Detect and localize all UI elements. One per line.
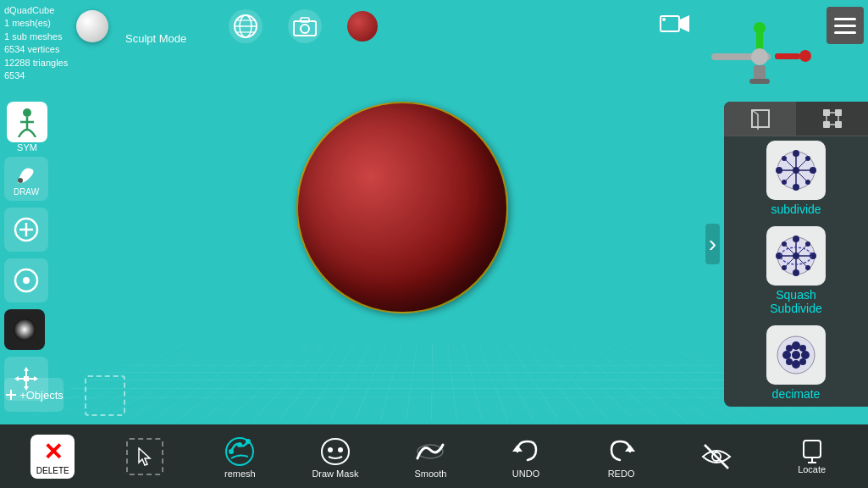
smooth-bottom-label: Smooth [414, 469, 446, 479]
select-icon-box [126, 438, 163, 475]
menu-line-2 [834, 25, 856, 27]
left-sidebar: DRAW [4, 157, 48, 401]
svg-rect-37 [749, 79, 770, 84]
draw-button[interactable]: DRAW [4, 157, 48, 201]
panel-tab-cube[interactable] [724, 102, 796, 136]
svg-point-97 [338, 447, 343, 452]
video-camera-button[interactable] [660, 13, 690, 41]
top-icons-row: Sculpt Mode [76, 7, 378, 45]
remesh-button[interactable]: remesh [214, 435, 265, 479]
svg-point-96 [328, 447, 333, 452]
sphere-preview-icon[interactable] [347, 11, 378, 42]
sym-area: SYM [7, 102, 47, 152]
vertex-count: 6534 vertices [4, 43, 68, 56]
locate-label: Locate [798, 464, 826, 474]
svg-line-102 [705, 445, 728, 469]
svg-rect-45 [835, 121, 842, 128]
remesh-icon [223, 435, 257, 469]
subdivide-icon-box [766, 141, 826, 200]
sym-label: SYM [7, 142, 47, 152]
select-button[interactable] [119, 438, 170, 475]
viewport: dQuadCube 1 mesh(es) 1 sub meshes 6534 v… [0, 0, 868, 488]
circle-icon [14, 268, 39, 293]
add-button[interactable] [4, 208, 48, 252]
svg-marker-100 [625, 445, 635, 452]
cursor-area [85, 375, 125, 416]
svg-point-6 [301, 25, 309, 33]
add-icon [14, 217, 39, 242]
draw-mask-label: Draw Mask [312, 469, 358, 479]
svg-point-84 [786, 345, 793, 352]
circle-button[interactable] [4, 258, 48, 302]
sym-icon[interactable] [7, 102, 47, 142]
svg-point-16 [23, 277, 30, 284]
menu-line-1 [834, 18, 856, 20]
subdivide-icon [775, 149, 817, 191]
svg-point-95 [246, 439, 251, 444]
svg-rect-42 [823, 109, 830, 116]
delete-button[interactable]: ✕ DELETE [30, 435, 75, 479]
camera-button[interactable] [288, 9, 322, 43]
svg-rect-33 [775, 53, 800, 59]
panel-tab-nodes[interactable] [796, 102, 868, 136]
svg-marker-99 [512, 445, 522, 452]
draw-mask-button[interactable]: Draw Mask [310, 435, 361, 479]
mesh-ball-icon[interactable] [76, 10, 108, 42]
gizmo-svg [707, 21, 817, 89]
squash-subdivide-tool[interactable]: SquashSubdivide [728, 226, 864, 315]
sculpt-mode-label: Sculpt Mode [125, 32, 186, 45]
globe-button[interactable] [229, 9, 263, 43]
smooth-bottom-icon [413, 435, 447, 469]
redo-icon [605, 435, 639, 469]
svg-point-35 [751, 48, 768, 65]
plus-objects-button[interactable]: +Objects [4, 378, 64, 412]
cube-tab-icon [749, 108, 771, 130]
svg-point-83 [801, 351, 810, 359]
locate-button[interactable]: Locate [787, 439, 838, 474]
undo-button[interactable]: UNDO [500, 435, 551, 479]
extra-count: 6534 [4, 69, 68, 82]
svg-point-29 [662, 18, 666, 21]
svg-point-34 [799, 50, 811, 62]
menu-button[interactable] [827, 7, 864, 44]
redo-button[interactable]: REDO [596, 435, 647, 479]
cursor-icon [136, 447, 153, 466]
sym-figure-icon [12, 107, 42, 137]
smooth-bottom-button[interactable]: Smooth [405, 435, 456, 479]
stagger-button[interactable] [4, 309, 45, 350]
decimate-label: decimate [772, 387, 821, 401]
svg-rect-7 [301, 18, 309, 22]
svg-point-80 [792, 341, 800, 350]
delete-label: DELETE [36, 466, 69, 475]
draw-label: DRAW [14, 187, 39, 197]
svg-rect-44 [823, 121, 830, 128]
transform-gizmo[interactable] [707, 21, 817, 92]
sub-mesh-count: 1 sub meshes [4, 30, 68, 43]
draw-mask-icon [318, 435, 352, 469]
right-chevron-button[interactable]: › [705, 224, 720, 264]
subdivide-tool[interactable]: subdivide [728, 141, 864, 216]
mesh-info: dQuadCube 1 mesh(es) 1 sub meshes 6534 v… [4, 4, 68, 82]
svg-point-8 [23, 108, 31, 117]
draw-icon [14, 162, 39, 187]
bottom-toolbar: ✕ DELETE remesh [0, 424, 868, 488]
globe-icon [232, 13, 259, 40]
svg-rect-103 [804, 441, 821, 458]
svg-point-94 [237, 442, 242, 447]
svg-point-81 [792, 360, 800, 369]
panel-tabs [724, 102, 868, 136]
right-panel: subdivide [724, 102, 868, 407]
locate-icon [802, 439, 822, 464]
delete-x-icon: ✕ [43, 438, 63, 466]
decimate-tool[interactable]: decimate [728, 325, 864, 401]
hide-button[interactable] [691, 440, 742, 474]
svg-point-32 [754, 22, 766, 34]
redo-label: REDO [608, 469, 635, 479]
locate-icon-area [802, 439, 822, 464]
panel-scrollable[interactable]: subdivide [724, 136, 868, 407]
svg-point-86 [786, 358, 793, 365]
squash-subdivide-icon [775, 235, 817, 277]
svg-marker-28 [680, 15, 689, 32]
triangle-count: 12288 triangles [4, 57, 68, 69]
svg-point-87 [799, 358, 806, 365]
